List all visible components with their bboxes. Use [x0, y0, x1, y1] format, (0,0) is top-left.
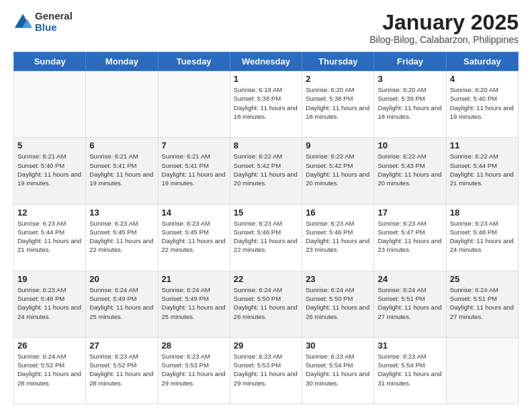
day-info: Sunrise: 6:23 AMSunset: 5:45 PMDaylight:…	[162, 219, 226, 255]
day-info: Sunrise: 6:22 AMSunset: 5:42 PMDaylight:…	[234, 152, 298, 187]
day-number: 2	[306, 74, 370, 84]
day-header-sunday: Sunday	[14, 52, 86, 71]
calendar-cell	[158, 71, 230, 138]
day-number: 11	[450, 140, 515, 150]
calendar-week-row: 12Sunrise: 6:23 AMSunset: 5:44 PMDayligh…	[14, 204, 519, 271]
calendar-cell: 8Sunrise: 6:22 AMSunset: 5:42 PMDaylight…	[230, 138, 302, 204]
calendar-cell: 5Sunrise: 6:21 AMSunset: 5:40 PMDaylight…	[14, 138, 86, 204]
calendar-cell	[14, 71, 86, 138]
logo-icon	[13, 13, 32, 32]
day-number: 22	[234, 274, 298, 284]
calendar-week-row: 1Sunrise: 6:19 AMSunset: 5:38 PMDaylight…	[14, 71, 519, 138]
day-header-monday: Monday	[86, 52, 158, 71]
calendar-cell: 26Sunrise: 6:24 AMSunset: 5:52 PMDayligh…	[14, 337, 86, 404]
day-info: Sunrise: 6:21 AMSunset: 5:41 PMDaylight:…	[162, 152, 226, 187]
day-number: 17	[378, 208, 442, 218]
day-number: 18	[450, 208, 515, 218]
day-number: 19	[17, 274, 82, 284]
day-number: 15	[234, 208, 298, 218]
calendar-cell: 31Sunrise: 6:23 AMSunset: 5:54 PMDayligh…	[374, 337, 446, 404]
day-number: 8	[234, 140, 298, 150]
day-info: Sunrise: 6:20 AMSunset: 5:38 PMDaylight:…	[306, 85, 370, 121]
day-header-saturday: Saturday	[446, 52, 518, 71]
day-number: 29	[234, 340, 298, 351]
calendar: SundayMondayTuesdayWednesdayThursdayFrid…	[13, 52, 519, 404]
calendar-cell: 16Sunrise: 6:23 AMSunset: 5:46 PMDayligh…	[302, 204, 374, 271]
calendar-week-row: 19Sunrise: 6:23 AMSunset: 5:48 PMDayligh…	[14, 271, 519, 337]
day-header-wednesday: Wednesday	[230, 52, 302, 71]
calendar-cell: 2Sunrise: 6:20 AMSunset: 5:38 PMDaylight…	[302, 71, 374, 138]
calendar-cell: 7Sunrise: 6:21 AMSunset: 5:41 PMDaylight…	[158, 138, 230, 204]
calendar-week-row: 26Sunrise: 6:24 AMSunset: 5:52 PMDayligh…	[14, 337, 519, 404]
day-header-tuesday: Tuesday	[158, 52, 230, 71]
title-section: January 2025 Bilog-Bilog, Calabarzon, Ph…	[369, 11, 519, 45]
calendar-cell: 29Sunrise: 6:23 AMSunset: 5:53 PMDayligh…	[230, 337, 302, 404]
day-number: 9	[306, 140, 370, 150]
day-info: Sunrise: 6:23 AMSunset: 5:46 PMDaylight:…	[306, 219, 370, 255]
day-info: Sunrise: 6:22 AMSunset: 5:42 PMDaylight:…	[306, 152, 370, 187]
calendar-cell: 22Sunrise: 6:24 AMSunset: 5:50 PMDayligh…	[230, 271, 302, 337]
day-info: Sunrise: 6:24 AMSunset: 5:49 PMDaylight:…	[89, 285, 154, 321]
calendar-header-row: SundayMondayTuesdayWednesdayThursdayFrid…	[14, 52, 519, 71]
calendar-cell: 1Sunrise: 6:19 AMSunset: 5:38 PMDaylight…	[230, 71, 302, 138]
day-header-friday: Friday	[374, 52, 446, 71]
day-number: 7	[162, 140, 226, 150]
calendar-cell: 20Sunrise: 6:24 AMSunset: 5:49 PMDayligh…	[86, 271, 158, 337]
calendar-cell: 25Sunrise: 6:24 AMSunset: 5:51 PMDayligh…	[446, 271, 518, 337]
day-number: 12	[17, 208, 82, 218]
day-number: 10	[378, 140, 442, 150]
logo-text: General Blue	[35, 11, 73, 33]
calendar-cell: 24Sunrise: 6:24 AMSunset: 5:51 PMDayligh…	[374, 271, 446, 337]
logo: General Blue	[13, 11, 73, 33]
calendar-cell: 13Sunrise: 6:23 AMSunset: 5:45 PMDayligh…	[86, 204, 158, 271]
calendar-cell	[446, 337, 518, 404]
calendar-cell: 19Sunrise: 6:23 AMSunset: 5:48 PMDayligh…	[14, 271, 86, 337]
day-info: Sunrise: 6:24 AMSunset: 5:52 PMDaylight:…	[17, 352, 82, 387]
day-number: 5	[17, 140, 82, 150]
day-info: Sunrise: 6:24 AMSunset: 5:50 PMDaylight:…	[234, 285, 298, 321]
calendar-cell: 9Sunrise: 6:22 AMSunset: 5:42 PMDaylight…	[302, 138, 374, 204]
day-info: Sunrise: 6:23 AMSunset: 5:53 PMDaylight:…	[234, 352, 298, 387]
calendar-week-row: 5Sunrise: 6:21 AMSunset: 5:40 PMDaylight…	[14, 138, 519, 204]
day-info: Sunrise: 6:20 AMSunset: 5:39 PMDaylight:…	[378, 85, 442, 121]
calendar-cell	[86, 71, 158, 138]
day-number: 13	[89, 208, 154, 218]
day-number: 14	[162, 208, 226, 218]
day-info: Sunrise: 6:23 AMSunset: 5:48 PMDaylight:…	[450, 219, 515, 255]
day-info: Sunrise: 6:23 AMSunset: 5:52 PMDaylight:…	[89, 352, 154, 387]
calendar-cell: 15Sunrise: 6:23 AMSunset: 5:46 PMDayligh…	[230, 204, 302, 271]
day-number: 21	[162, 274, 226, 284]
day-number: 1	[234, 74, 298, 84]
day-number: 20	[89, 274, 154, 284]
calendar-cell: 18Sunrise: 6:23 AMSunset: 5:48 PMDayligh…	[446, 204, 518, 271]
day-info: Sunrise: 6:24 AMSunset: 5:50 PMDaylight:…	[306, 285, 370, 321]
day-info: Sunrise: 6:23 AMSunset: 5:48 PMDaylight:…	[17, 285, 82, 321]
calendar-cell: 27Sunrise: 6:23 AMSunset: 5:52 PMDayligh…	[86, 337, 158, 404]
day-info: Sunrise: 6:22 AMSunset: 5:44 PMDaylight:…	[450, 152, 515, 187]
day-number: 23	[306, 274, 370, 284]
calendar-cell: 3Sunrise: 6:20 AMSunset: 5:39 PMDaylight…	[374, 71, 446, 138]
month-title: January 2025	[369, 11, 519, 34]
calendar-cell: 23Sunrise: 6:24 AMSunset: 5:50 PMDayligh…	[302, 271, 374, 337]
day-header-thursday: Thursday	[302, 52, 374, 71]
calendar-cell: 30Sunrise: 6:23 AMSunset: 5:54 PMDayligh…	[302, 337, 374, 404]
calendar-cell: 12Sunrise: 6:23 AMSunset: 5:44 PMDayligh…	[14, 204, 86, 271]
day-info: Sunrise: 6:21 AMSunset: 5:40 PMDaylight:…	[17, 152, 82, 187]
location-title: Bilog-Bilog, Calabarzon, Philippines	[369, 34, 519, 45]
day-info: Sunrise: 6:23 AMSunset: 5:47 PMDaylight:…	[378, 219, 442, 255]
calendar-cell: 6Sunrise: 6:21 AMSunset: 5:41 PMDaylight…	[86, 138, 158, 204]
day-info: Sunrise: 6:19 AMSunset: 5:38 PMDaylight:…	[234, 85, 298, 121]
day-info: Sunrise: 6:24 AMSunset: 5:51 PMDaylight:…	[378, 285, 442, 321]
day-info: Sunrise: 6:24 AMSunset: 5:49 PMDaylight:…	[162, 285, 226, 321]
logo-blue: Blue	[35, 22, 73, 34]
day-info: Sunrise: 6:21 AMSunset: 5:41 PMDaylight:…	[89, 152, 154, 187]
header: General Blue January 2025 Bilog-Bilog, C…	[13, 11, 519, 45]
day-number: 31	[378, 340, 442, 351]
logo-general: General	[35, 11, 73, 22]
day-info: Sunrise: 6:23 AMSunset: 5:54 PMDaylight:…	[378, 352, 442, 387]
day-number: 25	[450, 274, 515, 284]
day-info: Sunrise: 6:23 AMSunset: 5:45 PMDaylight:…	[89, 219, 154, 255]
calendar-cell: 21Sunrise: 6:24 AMSunset: 5:49 PMDayligh…	[158, 271, 230, 337]
day-number: 16	[306, 208, 370, 218]
page: General Blue January 2025 Bilog-Bilog, C…	[0, 0, 532, 411]
